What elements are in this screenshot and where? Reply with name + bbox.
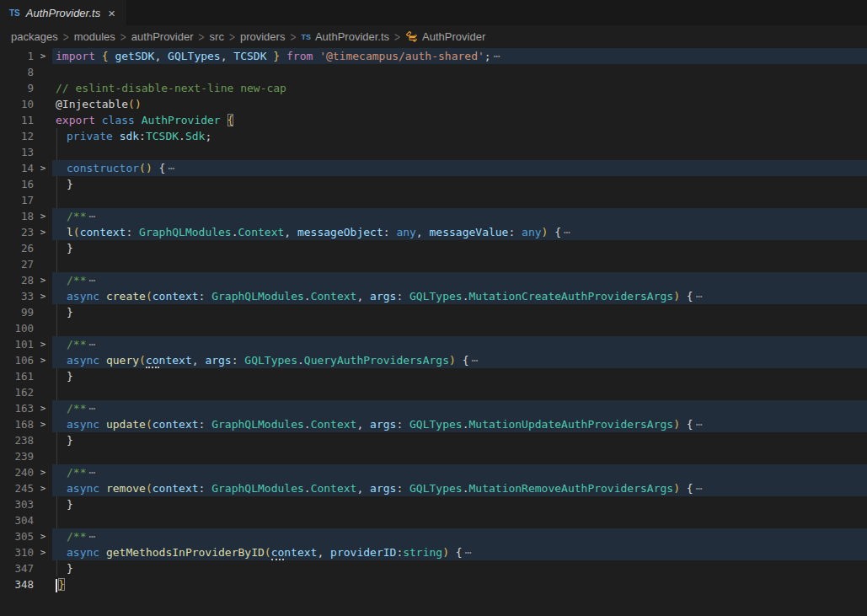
line-content[interactable]: } bbox=[52, 432, 867, 448]
fold-chevron-icon[interactable]: > bbox=[34, 336, 52, 352]
breadcrumb-item-authprovider-ts[interactable]: TSAuthProvider.ts bbox=[301, 30, 389, 43]
code-editor[interactable]: 1>import { getSDK, GQLTypes, TCSDK } fro… bbox=[0, 48, 867, 616]
breadcrumb-item-packages[interactable]: packages bbox=[11, 30, 58, 43]
breadcrumb-item-modules[interactable]: modules bbox=[74, 30, 115, 43]
line-number[interactable]: 100 bbox=[0, 320, 34, 336]
folded-code-ellipsis[interactable]: ⋯ bbox=[465, 546, 472, 559]
line-content[interactable]: import { getSDK, GQLTypes, TCSDK } from … bbox=[52, 48, 867, 64]
fold-chevron-icon[interactable]: > bbox=[34, 208, 52, 224]
line-number[interactable]: 26 bbox=[0, 240, 34, 256]
line-number[interactable]: 9 bbox=[0, 80, 34, 96]
line-content[interactable] bbox=[52, 256, 867, 272]
code-line[interactable]: 26} bbox=[0, 240, 867, 256]
line-number[interactable]: 245 bbox=[0, 480, 34, 496]
line-content[interactable]: /**⋯ bbox=[52, 336, 867, 352]
line-number[interactable]: 310 bbox=[0, 544, 34, 560]
line-number[interactable]: 13 bbox=[0, 144, 34, 160]
line-number[interactable]: 163 bbox=[0, 400, 34, 416]
fold-chevron-icon[interactable]: > bbox=[34, 528, 52, 544]
code-line[interactable]: 348} bbox=[0, 576, 867, 592]
code-line[interactable]: 163>/**⋯ bbox=[0, 400, 867, 416]
line-content[interactable]: } bbox=[52, 560, 867, 576]
line-content[interactable]: @Injectable() bbox=[52, 96, 867, 112]
line-number[interactable]: 305 bbox=[0, 528, 34, 544]
close-icon[interactable]: × bbox=[106, 6, 117, 20]
code-line[interactable]: 100 bbox=[0, 320, 867, 336]
line-content[interactable]: /**⋯ bbox=[52, 464, 867, 480]
fold-chevron-icon[interactable]: > bbox=[34, 224, 52, 240]
tab-authprovider-ts[interactable]: TS AuthProvider.ts × bbox=[0, 0, 127, 25]
line-number[interactable]: 303 bbox=[0, 496, 34, 512]
line-number[interactable]: 1 bbox=[0, 48, 34, 64]
fold-chevron-icon[interactable]: > bbox=[34, 160, 52, 176]
folded-code-ellipsis[interactable]: ⋯ bbox=[88, 210, 95, 222]
line-content[interactable] bbox=[52, 64, 867, 80]
line-number[interactable]: 17 bbox=[0, 192, 34, 208]
line-content[interactable] bbox=[52, 384, 867, 400]
code-line[interactable]: 27 bbox=[0, 256, 867, 272]
fold-chevron-icon[interactable]: > bbox=[34, 288, 52, 304]
code-line[interactable]: 17 bbox=[0, 192, 867, 208]
line-content[interactable]: async query(context, args: GQLTypes.Quer… bbox=[52, 352, 867, 368]
line-number[interactable]: 10 bbox=[0, 96, 34, 112]
line-content[interactable]: } bbox=[52, 496, 867, 512]
fold-chevron-icon[interactable]: > bbox=[34, 272, 52, 288]
line-content[interactable]: async create(context: GraphQLModules.Con… bbox=[52, 288, 867, 304]
folded-code-ellipsis[interactable]: ⋯ bbox=[88, 466, 95, 479]
code-line[interactable]: 14>constructor() {⋯ bbox=[0, 160, 867, 176]
code-line[interactable]: 12private sdk:TCSDK.Sdk; bbox=[0, 128, 867, 144]
code-line[interactable]: 8 bbox=[0, 64, 867, 80]
line-content[interactable]: /**⋯ bbox=[52, 208, 867, 224]
code-line[interactable]: 106>async query(context, args: GQLTypes.… bbox=[0, 352, 867, 368]
folded-code-ellipsis[interactable]: ⋯ bbox=[88, 338, 95, 351]
code-line[interactable]: 11export class AuthProvider { bbox=[0, 112, 867, 128]
line-content[interactable] bbox=[52, 144, 867, 160]
folded-code-ellipsis[interactable]: ⋯ bbox=[168, 162, 174, 174]
line-content[interactable]: export class AuthProvider { bbox=[52, 112, 867, 128]
code-line[interactable]: 240>/**⋯ bbox=[0, 464, 867, 480]
fold-chevron-icon[interactable]: > bbox=[34, 400, 52, 416]
fold-chevron-icon[interactable]: > bbox=[34, 480, 52, 496]
code-line[interactable]: 23>l(context: GraphQLModules.Context, me… bbox=[0, 224, 867, 240]
line-number[interactable]: 238 bbox=[0, 432, 34, 448]
code-line[interactable]: 305>/**⋯ bbox=[0, 528, 867, 544]
line-number[interactable]: 101 bbox=[0, 336, 34, 352]
line-content[interactable]: } bbox=[52, 368, 867, 384]
code-line[interactable]: 303} bbox=[0, 496, 867, 512]
line-number[interactable]: 168 bbox=[0, 416, 34, 432]
line-number[interactable]: 18 bbox=[0, 208, 34, 224]
code-line[interactable]: 239 bbox=[0, 448, 867, 464]
breadcrumb-item-src[interactable]: src bbox=[210, 30, 224, 43]
line-content[interactable]: /**⋯ bbox=[52, 528, 867, 544]
line-number[interactable]: 106 bbox=[0, 352, 34, 368]
line-number[interactable]: 23 bbox=[0, 224, 34, 240]
line-number[interactable]: 161 bbox=[0, 368, 34, 384]
code-line[interactable]: 245>async remove(context: GraphQLModules… bbox=[0, 480, 867, 496]
line-number[interactable]: 348 bbox=[0, 576, 34, 592]
line-content[interactable]: constructor() {⋯ bbox=[52, 160, 867, 176]
code-line[interactable]: 16} bbox=[0, 176, 867, 192]
code-line[interactable]: 168>async update(context: GraphQLModules… bbox=[0, 416, 867, 432]
code-line[interactable]: 162 bbox=[0, 384, 867, 400]
line-content[interactable]: } bbox=[52, 576, 867, 592]
code-line[interactable]: 18>/**⋯ bbox=[0, 208, 867, 224]
code-line[interactable]: 310>async getMethodsInProviderByID(conte… bbox=[0, 544, 867, 560]
code-line[interactable]: 99} bbox=[0, 304, 867, 320]
folded-code-ellipsis[interactable]: ⋯ bbox=[88, 274, 95, 287]
code-line[interactable]: 238} bbox=[0, 432, 867, 448]
folded-code-ellipsis[interactable]: ⋯ bbox=[88, 402, 95, 415]
code-line[interactable]: 9// eslint-disable-next-line new-cap bbox=[0, 80, 867, 96]
line-number[interactable]: 14 bbox=[0, 160, 34, 176]
fold-chevron-icon[interactable]: > bbox=[34, 352, 52, 368]
line-number[interactable]: 33 bbox=[0, 288, 34, 304]
line-content[interactable]: async remove(context: GraphQLModules.Con… bbox=[52, 480, 867, 496]
line-content[interactable] bbox=[52, 512, 867, 528]
breadcrumb-item-authprovider[interactable]: authProvider bbox=[131, 30, 194, 43]
folded-code-ellipsis[interactable]: ⋯ bbox=[696, 482, 703, 495]
code-line[interactable]: 101>/**⋯ bbox=[0, 336, 867, 352]
line-number[interactable]: 99 bbox=[0, 304, 34, 320]
code-line[interactable]: 28>/**⋯ bbox=[0, 272, 867, 288]
folded-code-ellipsis[interactable]: ⋯ bbox=[564, 226, 570, 238]
line-content[interactable]: private sdk:TCSDK.Sdk; bbox=[52, 128, 867, 144]
code-line[interactable]: 33>async create(context: GraphQLModules.… bbox=[0, 288, 867, 304]
